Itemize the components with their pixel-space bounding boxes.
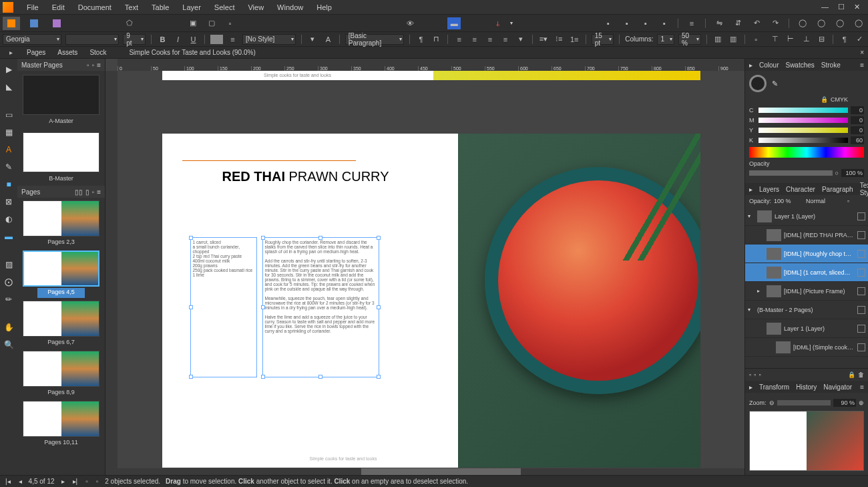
page-indicator[interactable]: 4,5 of 12 (29, 478, 55, 485)
horizontal-scrollbar[interactable] (105, 468, 744, 475)
tab-stock[interactable]: Stock (87, 49, 109, 56)
frame-rect-tool-icon[interactable]: ▭ (2, 108, 15, 122)
master-opt1-icon[interactable]: ▫ (87, 61, 89, 69)
zoom-value[interactable]: 90 % (833, 399, 856, 407)
menu-select[interactable]: Select (208, 3, 242, 11)
layers-list[interactable]: ▾Layer 1 (Layer) [IDML] (RED THAI PRA… [… (745, 207, 868, 368)
pages-menu-icon[interactable]: ≡ (97, 188, 101, 196)
pages-spread-icon[interactable]: ▯▯ (75, 188, 83, 196)
magnet-icon[interactable]: ⫰ (491, 17, 505, 29)
page-thumb-10-11[interactable] (23, 401, 99, 437)
opacity-reset-icon[interactable]: ○ (835, 170, 839, 176)
layer-lock-icon[interactable]: 🔒 (848, 371, 855, 378)
document-viewport[interactable]: Simple cooks for taste and looks RED THA… (118, 71, 744, 475)
page-thumb-6-7[interactable] (23, 301, 99, 337)
visibility-checkbox[interactable] (857, 231, 865, 239)
layer-adj-icon[interactable]: ▫ (758, 371, 761, 378)
opacity-value[interactable]: 100 % (841, 169, 864, 177)
flip-h-icon[interactable]: ⇋ (712, 17, 726, 29)
minimize-button[interactable]: — (821, 3, 829, 11)
menu-layer[interactable]: Layer (176, 3, 208, 11)
visibility-checkbox[interactable] (857, 287, 865, 295)
fill-swatch[interactable] (210, 35, 223, 44)
home-icon[interactable]: ⬠ (123, 17, 136, 29)
align-more-icon[interactable]: ▾ (515, 33, 527, 45)
italic-button[interactable]: I (172, 33, 184, 45)
colour-wheel[interactable] (749, 75, 767, 92)
preflight2-icon[interactable]: ▫ (95, 478, 100, 485)
layer-row[interactable]: [IDML] (Simple cooks… (745, 338, 868, 357)
brush-tool-icon[interactable]: ✏ (2, 293, 15, 306)
persona-publisher[interactable] (3, 17, 20, 30)
circle1-icon[interactable]: ◯ (796, 17, 809, 29)
close-button[interactable]: ✕ (854, 3, 860, 11)
vertical-ruler[interactable] (105, 71, 118, 475)
tab-colour[interactable]: Colour (759, 61, 779, 69)
pen-tool-icon[interactable]: ✎ (2, 160, 15, 174)
t1-icon[interactable]: ▾ (307, 33, 318, 45)
layer-toggle-icon[interactable]: ▸ (749, 186, 752, 193)
k-slider[interactable] (758, 138, 848, 143)
layer-mask-icon[interactable]: ▫ (754, 371, 756, 378)
blend-mode-select[interactable]: Normal (806, 198, 845, 204)
fill-tool-icon[interactable]: ◐ (2, 212, 15, 226)
p1-icon[interactable]: ¶ (415, 33, 427, 45)
persona-photo[interactable] (48, 17, 65, 30)
tab-navigator[interactable]: Navigator (823, 383, 852, 391)
tab-character[interactable]: Character (786, 186, 815, 193)
page-thumb-4-5[interactable] (23, 251, 99, 287)
char-style-icon[interactable]: ≡ (227, 33, 238, 45)
va-mid-icon[interactable]: ⊢ (785, 33, 797, 45)
menu-table[interactable]: Table (145, 3, 176, 11)
arrange-back-icon[interactable]: ▪ (602, 17, 615, 29)
layer-row[interactable]: ▸[IDML] (Picture Frame) (745, 282, 868, 301)
frame-icon[interactable]: ▢ (205, 17, 218, 29)
spectrum-strip[interactable] (749, 147, 864, 158)
spread-4-5[interactable]: RED THAI PRAWN CURRY 1 carrot, sliced a … (162, 134, 700, 468)
t2-icon[interactable]: A (322, 33, 334, 45)
visibility-checkbox[interactable] (857, 250, 865, 258)
visibility-checkbox[interactable] (857, 325, 865, 333)
align-l-icon[interactable]: ≡ (453, 33, 465, 45)
table-tool-icon[interactable]: ▦ (2, 126, 15, 139)
master-menu-icon[interactable]: ≡ (97, 61, 101, 69)
leading-select[interactable]: 15 pt (592, 34, 614, 45)
lock-icon[interactable]: 🔒 (821, 96, 828, 103)
menu-window[interactable]: Window (270, 3, 310, 11)
master-opt2-icon[interactable]: ▫ (92, 61, 95, 69)
visibility-checkbox[interactable] (857, 212, 865, 220)
va-bot-icon[interactable]: ⊥ (801, 33, 812, 45)
zoom-in-icon[interactable]: ⊕ (859, 399, 864, 406)
menu-help[interactable]: Help (310, 3, 339, 11)
show-special-icon[interactable]: ¶ (839, 33, 850, 45)
spell-icon[interactable]: ✓ (854, 33, 865, 45)
magnet-dropdown[interactable]: ▾ (510, 20, 513, 26)
visibility-checkbox[interactable] (857, 343, 865, 351)
y-value[interactable]: 0 (851, 126, 864, 134)
horizontal-ruler[interactable]: 0501001502002503003504004505005506006507… (118, 59, 744, 71)
layer-row[interactable]: [IDML] (Roughly chop t… (745, 245, 868, 263)
flip-v-icon[interactable]: ⇵ (731, 17, 744, 29)
picture-frame-icon[interactable]: ▣ (186, 17, 200, 29)
m-value[interactable]: 0 (851, 116, 864, 124)
prev-page-button[interactable]: ◂ (17, 478, 23, 485)
circle3-icon[interactable]: ◯ (833, 17, 847, 29)
tab-history[interactable]: History (796, 383, 817, 391)
opacity-slider[interactable] (749, 170, 833, 176)
shape-tool-icon[interactable]: ■ (2, 178, 15, 191)
pan-tool-icon[interactable]: ✋ (2, 321, 15, 334)
scrollbar-thumb[interactable] (361, 468, 521, 475)
artistic-text-tool-icon[interactable]: A (2, 143, 15, 156)
c-value[interactable]: 0 (851, 106, 864, 114)
persona-designer[interactable] (25, 17, 43, 30)
layer-delete-icon[interactable]: 🗑 (858, 371, 864, 378)
maximize-button[interactable]: ☐ (838, 3, 845, 11)
navigator-thumb[interactable] (749, 411, 864, 471)
underline-button[interactable]: U (188, 33, 199, 45)
char-style-select[interactable]: [No Style] (242, 34, 296, 45)
pages-list[interactable]: Pages 2,3 Pages 4,5 Pages 6,7 Pages 8,9 … (17, 198, 105, 475)
va-top-icon[interactable]: ⊤ (770, 33, 781, 45)
list-num-icon[interactable]: 1≡ (569, 33, 580, 45)
tab-transform[interactable]: Transform (759, 383, 789, 391)
page-thumb-2-3[interactable] (23, 200, 99, 236)
